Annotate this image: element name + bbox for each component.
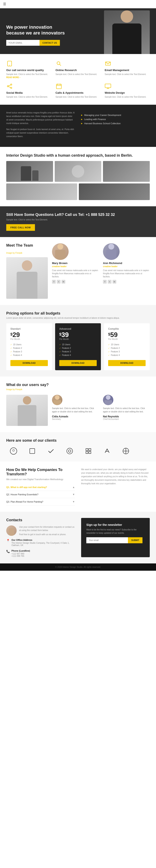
testimonials-section: What do our users say? Image by Freepik … [0, 376, 156, 432]
plan-period-3: Per Month [108, 338, 146, 340]
client-logo-4 [62, 447, 77, 455]
address-text: Our Office Address The Interior Design S… [11, 539, 75, 547]
email-icon [105, 60, 111, 67]
service-item-6: Website Design Sample text. Click to sel… [105, 83, 150, 98]
service-title-6: Website Design [105, 91, 150, 94]
contact-us-button[interactable]: CONTACT US [40, 40, 60, 46]
testimonial-card-1: Sample text. Click to select the text bo… [52, 395, 99, 420]
service-title-2: Online Research [55, 68, 101, 72]
feature-2-4: Feature 4 [59, 353, 97, 357]
testimonial-text-1: Sample text. Click to select the text bo… [52, 407, 99, 413]
team-name-1: Mary Brown [52, 261, 99, 265]
client-logo-1: O [6, 447, 21, 455]
newsletter-submit-button[interactable]: SUBMIT [128, 537, 142, 543]
plan-price-3: $59 [108, 331, 146, 338]
contacts-title: Contacts [6, 518, 75, 522]
free-call-button[interactable]: FREE CALL NOW [6, 224, 35, 231]
service-title-5: Calls & Appointments [55, 91, 101, 94]
svg-rect-22 [86, 448, 88, 451]
svg-rect-24 [86, 452, 88, 454]
interior-image-1 [6, 161, 53, 182]
dark-text-left: Amet luctus venenatis lectus magna fring… [6, 111, 75, 141]
team-section: Meet The Team Image by Freepik Mary Brow… [0, 237, 156, 305]
contacts-avatar [6, 525, 17, 536]
svg-rect-23 [89, 448, 91, 451]
service-title-3: Email Management [105, 68, 150, 72]
team-desc-2: Cras amet nisl massa malesuada ante a in… [103, 269, 150, 278]
interior-title: Interior Design Studio with a human cent… [6, 153, 150, 158]
testimonial-avatar-1 [52, 395, 62, 405]
svg-point-21 [69, 450, 71, 452]
call-section: Still Have Some Questions Left? Call us … [0, 206, 156, 237]
pricing-card-standart: Standart $29 Per Month 15 Users Feature … [6, 323, 52, 370]
hero-image [104, 10, 150, 54]
svg-rect-14 [105, 84, 111, 88]
faq-item-3[interactable]: Q3. Plan Ahead For Home Painting? ▼ [6, 498, 75, 505]
pricing-card-advanced: Advanced $39 Per Month 15 Users Feature … [55, 323, 101, 370]
svg-point-2 [57, 62, 60, 65]
team-role-2: creative leader [103, 265, 150, 268]
pricing-title: Pricing options for all budgets [6, 311, 150, 316]
menu-icon[interactable]: ☰ [3, 2, 6, 6]
dark-text-section: Amet luctus venenatis lectus magna fring… [0, 105, 156, 147]
facebook-icon-1[interactable]: f [52, 280, 56, 284]
faq-item-1[interactable]: Q1. What is diff app not that starting? … [6, 484, 75, 491]
pricing-button-2[interactable]: DOWNLOAD [59, 360, 97, 366]
pricing-desc: Lorem ipsum dolor sit amet, consectetur … [6, 317, 150, 319]
newsletter-form: SUBMIT [86, 537, 145, 543]
footer: © 2023 Interior Design Studio. All right… [0, 563, 156, 571]
newsletter-email-input[interactable] [86, 537, 128, 543]
email-input[interactable] [6, 40, 40, 46]
facebook-icon-2[interactable]: f [103, 280, 107, 284]
clients-section: Here are some of our clients O [0, 432, 156, 461]
service-item-2: Online Research Sample text. Click to se… [55, 60, 101, 79]
team-left: Meet The Team Image by Freepik [6, 243, 48, 299]
contacts-newsletter-section: Contacts Use your contact form for infor… [0, 512, 156, 563]
hero-text-block: We power innovation because we are innov… [6, 24, 69, 46]
team-role-1: creative leader [52, 265, 99, 268]
faq-item-2[interactable]: Q2. House Painting Essentials? ▼ [6, 491, 75, 498]
services-grid: Our call service world quality Sample te… [6, 60, 150, 98]
feature-2-2: Feature 2 [59, 346, 97, 350]
pricing-button-3[interactable]: DOWNLOAD [108, 360, 146, 366]
dark-list: Managing your Career Development Leading… [81, 113, 150, 125]
faq-subtitle: We created our new Digital Transformatio… [6, 478, 75, 480]
contacts-avatar-block: Use your contact form for information re… [6, 525, 75, 536]
pricing-button-1[interactable]: DOWNLOAD [10, 360, 48, 366]
team-social-1: f t in [52, 280, 99, 284]
twitter-icon-1[interactable]: t [57, 280, 60, 284]
svg-point-1 [9, 65, 10, 66]
service-desc-4: Sample text. Click to select the Text El… [6, 95, 51, 98]
team-image-placeholder [6, 257, 48, 299]
team-desc-1: Cras amet nisl massa malesuada ante a in… [52, 269, 99, 278]
testimonials-grid: Sample text. Click to select the text bo… [6, 395, 150, 426]
faq-arrow-2: ▼ [72, 493, 75, 496]
dark-list-item-3: Harvard Business School Collection [81, 121, 150, 125]
interior-section: Interior Design Studio with a human cent… [0, 147, 156, 206]
instagram-icon-1[interactable]: in [61, 280, 65, 284]
twitter-icon-2[interactable]: t [108, 280, 111, 284]
location-icon: 📍 [6, 539, 10, 542]
footer-text: © 2023 Interior Design Studio. All right… [6, 566, 150, 568]
dark-text-right: Managing your Career Development Leading… [81, 111, 150, 141]
feature-3-3: Feature 3 [108, 350, 146, 353]
clients-title: Here are some of our clients [6, 438, 150, 443]
contacts-newsletter-grid: Contacts Use your contact form for infor… [6, 518, 150, 557]
feature-1-1: 15 Users [10, 343, 48, 346]
service-title-4: Social Media [6, 91, 51, 94]
plan-features-3: 15 Users Feature 2 Feature 3 Feature 4 [108, 343, 146, 357]
phone-mobile: +111 098 765 [11, 555, 30, 557]
instagram-icon-2[interactable]: in [112, 280, 116, 284]
client-logo-5 [81, 447, 96, 455]
service-item-4: Social Media Sample text. Click to selec… [6, 83, 51, 98]
feature-2-1: 15 Users [59, 343, 97, 346]
newsletter-title: Sign up for the newsletter [86, 523, 145, 526]
faq-grid: How Do We Help Companies To Transform? W… [6, 468, 150, 505]
plan-period-1: Per Month [10, 338, 48, 340]
faq-question-3: Q3. Plan Ahead For Home Painting? [6, 500, 43, 503]
team-avatar-2 [103, 243, 120, 260]
read-more-1[interactable]: READ MORE › [6, 76, 20, 79]
plan-period-2: Per Month [59, 338, 97, 340]
testimonial-avatar-2 [103, 395, 113, 405]
phone-icon [6, 60, 13, 67]
